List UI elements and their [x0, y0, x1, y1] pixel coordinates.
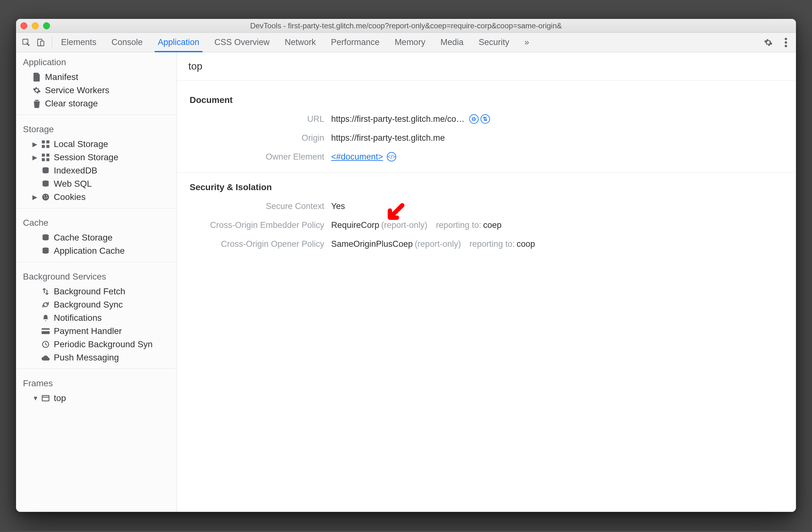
sidebar-item-label: Payment Handler [54, 326, 122, 336]
sidebar-item-label: Local Storage [54, 139, 108, 149]
grid-icon [41, 140, 50, 149]
tab-memory[interactable]: Memory [393, 33, 427, 52]
sidebar-item-session-storage[interactable]: ▶ Session Storage [16, 151, 177, 164]
file-icon [32, 73, 41, 82]
arrows-icon [41, 287, 50, 296]
sidebar-item-label: Application Cache [54, 246, 125, 256]
coop-value: SameOriginPlusCoep [331, 239, 413, 249]
sidebar-item-label: top [54, 393, 66, 403]
clock-icon [41, 340, 50, 349]
tab-network[interactable]: Network [284, 33, 317, 52]
sidebar-item-label: Manifest [45, 72, 78, 82]
sidebar-item-label: Clear storage [45, 99, 98, 109]
sidebar-item-websql[interactable]: Web SQL [16, 177, 177, 191]
sidebar-item-label: IndexedDB [54, 166, 98, 176]
sidebar-item-label: Cookies [54, 192, 86, 202]
svg-rect-2 [41, 41, 44, 46]
svg-rect-11 [46, 154, 49, 157]
content-area: Application Manifest Service Workers Cle… [16, 52, 796, 512]
coep-value: RequireCorp [331, 220, 379, 230]
sidebar-section-frames: Frames [16, 373, 177, 392]
sidebar-item-local-storage[interactable]: ▶ Local Storage [16, 138, 177, 151]
sidebar-item-background-fetch[interactable]: Background Fetch [16, 285, 177, 298]
cloud-icon [41, 353, 50, 362]
tabs-overflow[interactable]: » [523, 33, 530, 52]
sync-icon [41, 300, 50, 309]
annotation-arrow-icon [385, 202, 407, 224]
sidebar-item-clear-storage[interactable]: Clear storage [16, 97, 177, 110]
tab-security[interactable]: Security [477, 33, 511, 52]
inspect-icon[interactable] [22, 38, 30, 47]
tab-performance[interactable]: Performance [330, 33, 381, 52]
sidebar-item-application-cache[interactable]: Application Cache [16, 244, 177, 257]
titlebar: DevTools - first-party-test.glitch.me/co… [16, 19, 796, 33]
main-panel: top Document URL https://first-party-tes… [177, 52, 796, 512]
sidebar-item-frame-top[interactable]: ▼ top [16, 392, 177, 405]
svg-rect-12 [42, 158, 45, 161]
sidebar-item-label: Push Messaging [54, 353, 119, 363]
bell-icon [41, 313, 50, 322]
sidebar-item-notifications[interactable]: Notifications [16, 311, 177, 324]
sidebar-item-cookies[interactable]: ▶ Cookies [16, 191, 177, 204]
more-icon[interactable] [782, 38, 790, 47]
reveal-elements-icon[interactable]: </> [387, 152, 396, 162]
minimize-icon[interactable] [32, 22, 39, 29]
sidebar-item-indexeddb[interactable]: IndexedDB [16, 164, 177, 177]
sidebar-item-payment-handler[interactable]: Payment Handler [16, 324, 177, 338]
sidebar-item-service-workers[interactable]: Service Workers [16, 84, 177, 97]
coep-label: Cross-Origin Embedder Policy [190, 220, 331, 230]
sidebar-item-periodic-sync[interactable]: Periodic Background Syn [16, 338, 177, 351]
database-icon [41, 247, 50, 255]
svg-rect-9 [46, 145, 49, 148]
tab-application[interactable]: Application [157, 33, 201, 52]
window-title: DevTools - first-party-test.glitch.me/co… [16, 22, 796, 30]
tab-elements[interactable]: Elements [60, 33, 98, 52]
sidebar-item-background-sync[interactable]: Background Sync [16, 298, 177, 311]
devtools-window: DevTools - first-party-test.glitch.me/co… [16, 19, 796, 512]
panel-tabs: Elements Console Application CSS Overvie… [60, 33, 531, 52]
coop-label: Cross-Origin Opener Policy [190, 239, 331, 249]
svg-rect-13 [46, 158, 49, 161]
svg-rect-7 [46, 140, 49, 143]
zoom-icon[interactable] [43, 22, 50, 29]
sidebar-item-push-messaging[interactable]: Push Messaging [16, 351, 177, 364]
database-icon [41, 166, 50, 175]
window-icon [41, 394, 50, 403]
tab-console[interactable]: Console [111, 33, 144, 52]
tab-css-overview[interactable]: CSS Overview [213, 33, 271, 52]
close-icon[interactable] [20, 22, 27, 29]
sidebar-item-label: Service Workers [45, 85, 110, 95]
tab-media[interactable]: Media [439, 33, 465, 52]
copy-icon[interactable]: ⊝ [469, 114, 479, 124]
secure-context-label: Secure Context [190, 201, 331, 211]
database-icon [41, 179, 50, 188]
sidebar-item-label: Session Storage [54, 152, 118, 163]
svg-rect-8 [42, 145, 45, 148]
gear-icon [32, 86, 41, 95]
svg-point-3 [785, 38, 787, 40]
card-icon [41, 327, 50, 336]
origin-value: https://first-party-test.glitch.me [331, 133, 445, 143]
sidebar-item-cache-storage[interactable]: Cache Storage [16, 231, 177, 244]
svg-point-19 [44, 198, 45, 199]
svg-rect-10 [42, 154, 45, 157]
owner-element-link[interactable]: <#document> [331, 152, 383, 162]
sidebar-section-storage: Storage [16, 119, 177, 138]
sidebar-item-label: Notifications [54, 313, 102, 323]
origin-label: Origin [190, 133, 331, 143]
sidebar-section-cache: Cache [16, 213, 177, 231]
svg-rect-6 [42, 140, 45, 143]
sidebar-item-label: Web SQL [54, 179, 92, 189]
coop-report-value: coop [517, 239, 535, 249]
sidebar-item-label: Background Sync [54, 300, 122, 310]
sidebar-item-manifest[interactable]: Manifest [16, 71, 177, 84]
svg-point-20 [46, 197, 47, 198]
grid-icon [41, 153, 50, 162]
device-toggle-icon[interactable] [36, 38, 45, 47]
trash-icon [32, 99, 41, 108]
security-heading: Security & Isolation [190, 182, 783, 192]
settings-icon[interactable] [764, 38, 773, 47]
reveal-icon[interactable]: ⇅ [480, 114, 490, 124]
sidebar-section-application: Application [16, 52, 177, 71]
cookie-icon [41, 193, 50, 201]
